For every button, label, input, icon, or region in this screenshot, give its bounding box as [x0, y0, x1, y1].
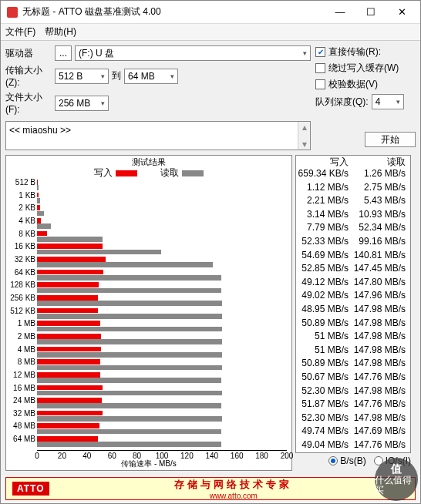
chart: 测试结果 写入 读取 512 B1 KB2 KB4 KB8 KB16 KB32 … [5, 155, 292, 471]
menubar: 文件(F) 帮助(H) [1, 24, 420, 41]
verify-label: 校验数据(V) [328, 78, 378, 91]
bypass-label: 绕过写入缓存(W) [328, 62, 399, 75]
bar-row: 24 MB [37, 397, 287, 410]
window-title: 无标题 - ATTO 磁盘基准测试 4.00 [22, 5, 325, 18]
table-row: 51.87 MB/s147.76 MB/s [296, 398, 410, 412]
drive-label: 驱动器 [5, 47, 52, 60]
xfer-from-select[interactable]: 512 B▾ [55, 69, 109, 84]
bar-row: 4 KB [37, 217, 287, 230]
scrollbar[interactable]: ▴▾ [298, 122, 310, 150]
bs-radio[interactable]: B/s(B) [328, 455, 365, 466]
bar-row: 512 B [37, 179, 287, 192]
bar-row: 32 KB [37, 256, 287, 269]
bar-row: 512 KB [37, 307, 287, 321]
table-row: 7.79 MB/s52.34 MB/s [296, 222, 410, 236]
table-row: 51 MB/s147.98 MB/s [296, 344, 410, 358]
maximize-button[interactable]: ☐ [355, 2, 386, 23]
table-row: 659.34 KB/s1.26 MB/s [296, 168, 410, 182]
bar-row: 2 KB [37, 204, 287, 217]
bar-row: 2 MB [37, 333, 287, 346]
watermark: 值什么值得买 [375, 458, 418, 501]
x-axis-label: 传输速率 - MB/s [6, 459, 291, 469]
verify-checkbox[interactable] [315, 79, 325, 89]
bar-row: 8 KB [37, 230, 287, 244]
drive-select[interactable]: (F:) U 盘▾ [75, 45, 311, 61]
footer-banner: ATTO 存储与网络技术专家www.atto.com [5, 477, 416, 500]
file-label: 文件大小(F): [5, 91, 52, 115]
table-row: 49.02 MB/s147.96 MB/s [296, 290, 410, 304]
table-row: 52.30 MB/s147.98 MB/s [296, 412, 410, 426]
bar-row: 256 KB [37, 294, 287, 307]
bar-row: 16 MB [37, 385, 287, 398]
table-row: 50.67 MB/s147.76 MB/s [296, 371, 410, 385]
to-label: 到 [112, 69, 121, 82]
table-row: 1.12 MB/s2.75 MB/s [296, 182, 410, 196]
table-row: 3.14 MB/s10.93 MB/s [296, 209, 410, 223]
app-window: 无标题 - ATTO 磁盘基准测试 4.00 — ☐ ✕ 文件(F) 帮助(H)… [0, 0, 421, 504]
qd-label: 队列深度(Q): [315, 96, 369, 109]
table-row: 52.85 MB/s147.45 MB/s [296, 263, 410, 277]
file-size-select[interactable]: 256 MB▾ [55, 96, 109, 111]
table-row: 51 MB/s147.98 MB/s [296, 331, 410, 344]
table-row: 49.04 MB/s147.76 MB/s [296, 439, 410, 453]
table-row: 2.21 MB/s5.43 MB/s [296, 195, 410, 209]
bar-row: 4 MB [37, 346, 287, 359]
table-row: 49.12 MB/s147.80 MB/s [296, 277, 410, 291]
table-row: 50.89 MB/s147.98 MB/s [296, 358, 410, 371]
menu-file[interactable]: 文件(F) [5, 25, 35, 39]
description-box[interactable]: << miaoshu >> ▴▾ [5, 121, 311, 150]
bar-row: 12 MB [37, 371, 287, 385]
bar-row: 48 MB [37, 422, 287, 435]
bar-row: 128 KB [37, 281, 287, 294]
table-row: 52.30 MB/s147.98 MB/s [296, 385, 410, 399]
direct-label: 直接传输(R): [328, 45, 381, 59]
start-button[interactable]: 开始 [365, 132, 416, 147]
bar-row: 16 KB [37, 243, 287, 256]
atto-logo: ATTO [12, 482, 49, 496]
table-row: 50.89 MB/s147.98 MB/s [296, 318, 410, 331]
col-write: 写入 [296, 156, 353, 168]
bar-row: 64 KB [37, 269, 287, 282]
legend: 写入 读取 [6, 166, 291, 180]
table-row: 52.33 MB/s99.16 MB/s [296, 236, 410, 250]
bar-row: 1 MB [37, 320, 287, 333]
titlebar: 无标题 - ATTO 磁盘基准测试 4.00 — ☐ ✕ [1, 1, 420, 24]
menu-help[interactable]: 帮助(H) [45, 25, 76, 39]
table-row: 49.74 MB/s147.69 MB/s [296, 425, 410, 439]
bar-row: 8 MB [37, 358, 287, 371]
direct-checkbox[interactable]: ✔ [315, 47, 325, 57]
app-icon [7, 7, 18, 18]
bar-row: 1 KB [37, 192, 287, 205]
bar-row: 32 MB [37, 410, 287, 423]
col-read: 读取 [353, 156, 410, 168]
bypass-checkbox[interactable] [315, 63, 325, 73]
close-button[interactable]: ✕ [386, 2, 417, 23]
table-row: 54.69 MB/s140.81 MB/s [296, 250, 410, 264]
minimize-button[interactable]: — [325, 2, 355, 23]
xfer-label: 传输大小(Z): [5, 64, 52, 88]
bar-row: 64 MB [37, 435, 287, 449]
table-row: 48.95 MB/s147.98 MB/s [296, 304, 410, 318]
qd-select[interactable]: 4▾ [372, 94, 404, 109]
data-table: 写入读取 659.34 KB/s1.26 MB/s1.12 MB/s2.75 M… [295, 155, 411, 453]
browse-button[interactable]: ... [55, 45, 72, 61]
xfer-to-select[interactable]: 64 MB▾ [124, 69, 178, 84]
